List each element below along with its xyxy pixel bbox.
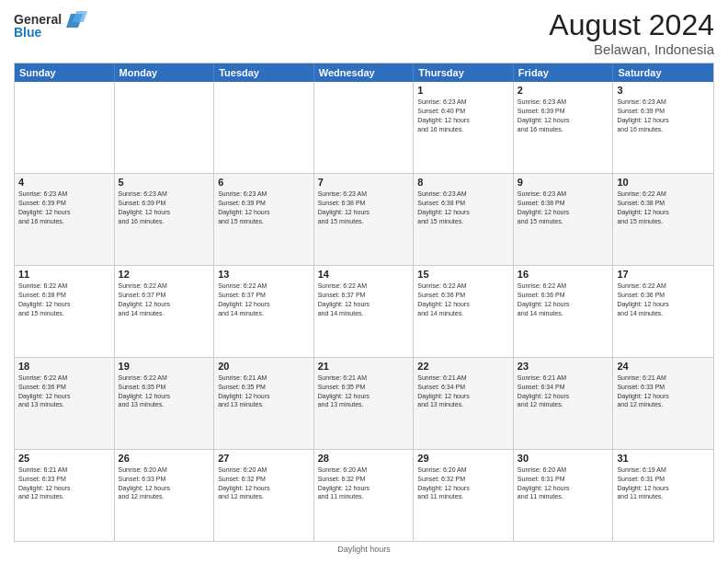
day-info: Sunrise: 6:23 AM Sunset: 6:39 PM Dayligh… bbox=[218, 190, 310, 225]
day-info: Sunrise: 6:23 AM Sunset: 6:40 PM Dayligh… bbox=[417, 98, 509, 133]
calendar-cell-27: 27Sunrise: 6:20 AM Sunset: 6:32 PM Dayli… bbox=[214, 450, 314, 541]
calendar-cell-19: 19Sunrise: 6:22 AM Sunset: 6:35 PM Dayli… bbox=[115, 358, 215, 449]
calendar-row-2: 11Sunrise: 6:22 AM Sunset: 6:38 PM Dayli… bbox=[15, 265, 713, 357]
calendar-cell-6: 6Sunrise: 6:23 AM Sunset: 6:39 PM Daylig… bbox=[214, 174, 314, 265]
day-info: Sunrise: 6:21 AM Sunset: 6:33 PM Dayligh… bbox=[18, 465, 110, 501]
calendar-cell-21: 21Sunrise: 6:21 AM Sunset: 6:35 PM Dayli… bbox=[314, 358, 415, 449]
calendar-cell-empty-0-0 bbox=[15, 82, 115, 173]
day-number: 7 bbox=[318, 177, 410, 188]
calendar-cell-12: 12Sunrise: 6:22 AM Sunset: 6:37 PM Dayli… bbox=[115, 266, 215, 357]
day-number: 6 bbox=[218, 177, 310, 188]
calendar-cell-11: 11Sunrise: 6:22 AM Sunset: 6:38 PM Dayli… bbox=[15, 266, 115, 357]
day-info: Sunrise: 6:21 AM Sunset: 6:35 PM Dayligh… bbox=[218, 373, 310, 409]
day-number: 25 bbox=[18, 453, 110, 464]
day-info: Sunrise: 6:22 AM Sunset: 6:37 PM Dayligh… bbox=[119, 282, 210, 317]
calendar-cell-23: 23Sunrise: 6:21 AM Sunset: 6:34 PM Dayli… bbox=[514, 358, 614, 449]
day-number: 18 bbox=[18, 361, 110, 372]
weekday-header-monday: Monday bbox=[115, 63, 215, 82]
weekday-header-friday: Friday bbox=[514, 63, 614, 82]
weekday-header-sunday: Sunday bbox=[15, 63, 115, 82]
day-info: Sunrise: 6:22 AM Sunset: 6:38 PM Dayligh… bbox=[18, 282, 110, 317]
calendar-body: 1Sunrise: 6:23 AM Sunset: 6:40 PM Daylig… bbox=[15, 82, 713, 541]
page-subtitle: Belawan, Indonesia bbox=[549, 41, 714, 57]
calendar-cell-1: 1Sunrise: 6:23 AM Sunset: 6:40 PM Daylig… bbox=[414, 82, 514, 173]
calendar-cell-empty-0-1 bbox=[115, 82, 215, 173]
title-block: August 2024 Belawan, Indonesia bbox=[549, 9, 714, 57]
day-number: 29 bbox=[417, 453, 509, 464]
day-info: Sunrise: 6:20 AM Sunset: 6:33 PM Dayligh… bbox=[119, 465, 210, 501]
svg-marker-3 bbox=[73, 11, 87, 22]
calendar-row-3: 18Sunrise: 6:22 AM Sunset: 6:36 PM Dayli… bbox=[15, 357, 713, 449]
day-info: Sunrise: 6:22 AM Sunset: 6:35 PM Dayligh… bbox=[119, 373, 210, 409]
day-number: 23 bbox=[518, 361, 609, 372]
day-number: 14 bbox=[318, 269, 410, 280]
calendar-cell-22: 22Sunrise: 6:21 AM Sunset: 6:34 PM Dayli… bbox=[414, 358, 514, 449]
day-info: Sunrise: 6:22 AM Sunset: 6:38 PM Dayligh… bbox=[617, 190, 710, 225]
page-title: August 2024 bbox=[549, 9, 714, 41]
calendar-cell-17: 17Sunrise: 6:22 AM Sunset: 6:36 PM Dayli… bbox=[613, 266, 713, 357]
calendar-cell-9: 9Sunrise: 6:23 AM Sunset: 6:38 PM Daylig… bbox=[514, 174, 614, 265]
calendar-cell-30: 30Sunrise: 6:20 AM Sunset: 6:31 PM Dayli… bbox=[514, 450, 614, 541]
day-info: Sunrise: 6:23 AM Sunset: 6:38 PM Dayligh… bbox=[417, 190, 509, 225]
day-number: 28 bbox=[318, 453, 410, 464]
svg-text:Blue: Blue bbox=[14, 25, 42, 40]
day-info: Sunrise: 6:23 AM Sunset: 6:39 PM Dayligh… bbox=[119, 190, 210, 225]
calendar-cell-14: 14Sunrise: 6:22 AM Sunset: 6:37 PM Dayli… bbox=[314, 266, 415, 357]
logo-svg: General Blue bbox=[14, 9, 97, 42]
calendar-cell-15: 15Sunrise: 6:22 AM Sunset: 6:36 PM Dayli… bbox=[414, 266, 514, 357]
calendar-cell-26: 26Sunrise: 6:20 AM Sunset: 6:33 PM Dayli… bbox=[115, 450, 215, 541]
day-number: 9 bbox=[518, 177, 609, 188]
weekday-header-tuesday: Tuesday bbox=[214, 63, 314, 82]
calendar-cell-28: 28Sunrise: 6:20 AM Sunset: 6:32 PM Dayli… bbox=[314, 450, 415, 541]
calendar-cell-8: 8Sunrise: 6:23 AM Sunset: 6:38 PM Daylig… bbox=[414, 174, 514, 265]
calendar-cell-18: 18Sunrise: 6:22 AM Sunset: 6:36 PM Dayli… bbox=[15, 358, 115, 449]
day-info: Sunrise: 6:22 AM Sunset: 6:36 PM Dayligh… bbox=[18, 373, 110, 409]
day-info: Sunrise: 6:22 AM Sunset: 6:37 PM Dayligh… bbox=[318, 282, 410, 317]
calendar-cell-10: 10Sunrise: 6:22 AM Sunset: 6:38 PM Dayli… bbox=[613, 174, 713, 265]
calendar-row-1: 4Sunrise: 6:23 AM Sunset: 6:39 PM Daylig… bbox=[15, 173, 713, 265]
day-info: Sunrise: 6:20 AM Sunset: 6:31 PM Dayligh… bbox=[518, 465, 609, 501]
day-number: 5 bbox=[119, 177, 210, 188]
calendar-row-4: 25Sunrise: 6:21 AM Sunset: 6:33 PM Dayli… bbox=[15, 449, 713, 541]
day-number: 31 bbox=[617, 453, 710, 464]
calendar-cell-5: 5Sunrise: 6:23 AM Sunset: 6:39 PM Daylig… bbox=[115, 174, 215, 265]
calendar-cell-31: 31Sunrise: 6:19 AM Sunset: 6:31 PM Dayli… bbox=[613, 450, 713, 541]
day-number: 24 bbox=[617, 361, 710, 372]
logo: General Blue bbox=[14, 9, 97, 42]
day-info: Sunrise: 6:23 AM Sunset: 6:38 PM Dayligh… bbox=[318, 190, 410, 225]
day-number: 11 bbox=[18, 269, 110, 280]
day-info: Sunrise: 6:21 AM Sunset: 6:34 PM Dayligh… bbox=[518, 373, 609, 409]
day-info: Sunrise: 6:23 AM Sunset: 6:39 PM Dayligh… bbox=[18, 190, 110, 225]
header: General Blue August 2024 Belawan, Indone… bbox=[14, 9, 714, 57]
day-number: 1 bbox=[417, 85, 509, 96]
weekday-header-saturday: Saturday bbox=[613, 63, 713, 82]
day-info: Sunrise: 6:23 AM Sunset: 6:39 PM Dayligh… bbox=[518, 98, 609, 133]
day-number: 20 bbox=[218, 361, 310, 372]
day-number: 10 bbox=[617, 177, 710, 188]
day-info: Sunrise: 6:20 AM Sunset: 6:32 PM Dayligh… bbox=[318, 465, 410, 501]
day-info: Sunrise: 6:19 AM Sunset: 6:31 PM Dayligh… bbox=[617, 465, 710, 501]
calendar: SundayMondayTuesdayWednesdayThursdayFrid… bbox=[14, 63, 714, 542]
calendar-cell-empty-0-3 bbox=[314, 82, 415, 173]
calendar-cell-3: 3Sunrise: 6:23 AM Sunset: 6:39 PM Daylig… bbox=[613, 82, 713, 173]
calendar-cell-4: 4Sunrise: 6:23 AM Sunset: 6:39 PM Daylig… bbox=[15, 174, 115, 265]
day-number: 8 bbox=[417, 177, 509, 188]
day-info: Sunrise: 6:20 AM Sunset: 6:32 PM Dayligh… bbox=[218, 465, 310, 501]
day-number: 22 bbox=[417, 361, 509, 372]
day-number: 30 bbox=[518, 453, 609, 464]
footer-note: Daylight hours bbox=[14, 545, 714, 554]
calendar-cell-2: 2Sunrise: 6:23 AM Sunset: 6:39 PM Daylig… bbox=[514, 82, 614, 173]
day-info: Sunrise: 6:22 AM Sunset: 6:37 PM Dayligh… bbox=[218, 282, 310, 317]
weekday-header-thursday: Thursday bbox=[414, 63, 514, 82]
day-info: Sunrise: 6:21 AM Sunset: 6:34 PM Dayligh… bbox=[417, 373, 509, 409]
day-number: 13 bbox=[218, 269, 310, 280]
day-number: 17 bbox=[617, 269, 710, 280]
day-number: 4 bbox=[18, 177, 110, 188]
day-info: Sunrise: 6:21 AM Sunset: 6:35 PM Dayligh… bbox=[318, 373, 410, 409]
day-info: Sunrise: 6:22 AM Sunset: 6:36 PM Dayligh… bbox=[617, 282, 710, 317]
day-number: 15 bbox=[417, 269, 509, 280]
day-number: 26 bbox=[119, 453, 210, 464]
weekday-header-wednesday: Wednesday bbox=[314, 63, 415, 82]
calendar-cell-16: 16Sunrise: 6:22 AM Sunset: 6:36 PM Dayli… bbox=[514, 266, 614, 357]
day-info: Sunrise: 6:23 AM Sunset: 6:39 PM Dayligh… bbox=[617, 98, 710, 133]
